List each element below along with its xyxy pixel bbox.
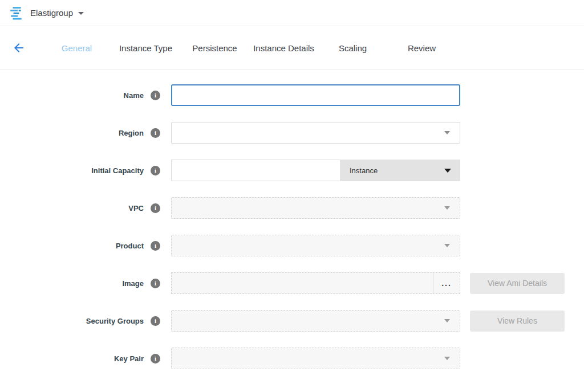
form-row-key-pair: Key Pair i [0, 348, 584, 369]
wizard-tab-bar: General Instance Type Persistence Instan… [0, 26, 584, 70]
form-row-name: Name i [0, 84, 584, 106]
initial-capacity-info-icon[interactable]: i [151, 166, 160, 175]
elastigroup-logo-icon [9, 6, 24, 21]
chevron-down-icon [444, 357, 450, 360]
key-pair-select [171, 348, 460, 369]
tab-persistence[interactable]: Persistence [180, 43, 249, 53]
form-row-security-groups: Security Groups i View Rules [0, 310, 584, 332]
initial-capacity-label: Initial Capacity [91, 166, 144, 175]
image-info-icon[interactable]: i [151, 279, 160, 288]
vpc-select [171, 197, 460, 219]
key-pair-label: Key Pair [114, 354, 144, 363]
arrow-back-icon [12, 41, 26, 55]
region-info-icon[interactable]: i [151, 128, 160, 138]
view-rules-button[interactable]: View Rules [470, 311, 565, 332]
product-select [171, 235, 460, 256]
chevron-down-icon [444, 244, 450, 247]
tab-review[interactable]: Review [387, 43, 456, 53]
capacity-unit-select[interactable]: Instance [340, 160, 460, 181]
product-label: Product [116, 242, 144, 250]
general-settings-form: Name i Region i Initial Capacity i Insta… [0, 70, 584, 369]
tab-scaling[interactable]: Scaling [318, 43, 387, 53]
chevron-down-icon [444, 131, 450, 134]
chevron-down-icon [444, 169, 451, 173]
image-label: Image [122, 279, 144, 288]
form-row-vpc: VPC i [0, 197, 584, 219]
chevron-down-icon [444, 206, 450, 210]
form-row-product: Product i [0, 235, 584, 256]
name-input[interactable] [171, 84, 460, 106]
region-select[interactable] [171, 122, 460, 144]
tab-general[interactable]: General [42, 43, 111, 53]
region-label: Region [119, 129, 144, 137]
form-row-region: Region i [0, 122, 584, 144]
form-row-initial-capacity: Initial Capacity i Instance [0, 160, 584, 181]
back-button[interactable] [11, 40, 26, 55]
key-pair-info-icon[interactable]: i [151, 354, 160, 364]
app-header: Elastigroup [0, 0, 584, 26]
name-label: Name [124, 91, 144, 100]
security-groups-info-icon[interactable]: i [151, 316, 160, 326]
image-browse-button[interactable]: ... [433, 273, 460, 293]
app-switcher-label[interactable]: Elastigroup [30, 8, 73, 18]
image-value [172, 273, 433, 293]
image-input: ... [171, 272, 460, 294]
tab-instance-details[interactable]: Instance Details [249, 43, 318, 53]
initial-capacity-input[interactable] [171, 160, 340, 181]
tab-instance-type[interactable]: Instance Type [111, 43, 180, 53]
security-groups-label: Security Groups [86, 317, 144, 325]
app-switcher-caret-icon[interactable] [78, 12, 84, 15]
vpc-label: VPC [128, 204, 144, 213]
view-ami-details-button[interactable]: View Ami Details [470, 273, 565, 294]
security-groups-select [171, 310, 460, 332]
form-row-image: Image i ... View Ami Details [0, 272, 584, 294]
product-info-icon[interactable]: i [151, 241, 160, 251]
wizard-tabs: General Instance Type Persistence Instan… [42, 43, 456, 53]
name-info-icon[interactable]: i [151, 91, 160, 100]
capacity-unit-value: Instance [350, 166, 378, 175]
vpc-info-icon[interactable]: i [151, 203, 160, 213]
chevron-down-icon [444, 319, 450, 322]
